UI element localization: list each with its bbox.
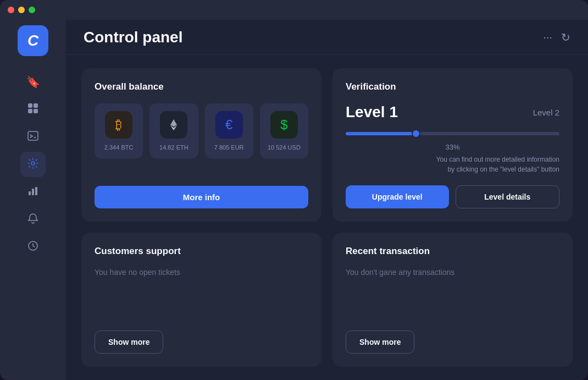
usd-amount: 10 524 USD: [268, 144, 301, 151]
eur-icon: €: [215, 111, 243, 139]
sidebar-item-history[interactable]: [20, 234, 46, 260]
close-dot[interactable]: [8, 7, 14, 13]
transaction-show-more-button[interactable]: Show more: [346, 331, 414, 354]
svg-rect-6: [29, 191, 31, 195]
support-show-more-button[interactable]: Show more: [95, 331, 163, 354]
bell-icon: [27, 212, 39, 227]
crypto-item-eur: € 7 805 EUR: [205, 103, 253, 158]
sidebar-item-notifications[interactable]: [20, 207, 46, 232]
verif-buttons: Upgrade level Level details: [346, 185, 559, 208]
svg-rect-3: [34, 109, 38, 113]
main-content: Control panel ··· ↻ Overall balance ₿ 2.…: [66, 20, 588, 380]
svg-rect-7: [32, 189, 34, 195]
sidebar: C 🔖: [0, 20, 66, 380]
maximize-dot[interactable]: [29, 7, 35, 13]
more-options-icon[interactable]: ···: [543, 31, 552, 43]
support-card: Customers support You have no open ticke…: [81, 233, 321, 367]
app-window: C 🔖: [0, 0, 588, 380]
upgrade-level-button[interactable]: Upgrade level: [346, 185, 449, 208]
app-body: C 🔖: [0, 20, 588, 380]
sidebar-item-dashboard[interactable]: [20, 97, 46, 122]
progress-percent: 33%: [346, 143, 559, 151]
minimize-dot[interactable]: [18, 7, 25, 13]
terminal-icon: [27, 130, 39, 145]
svg-rect-2: [28, 109, 32, 113]
verification-card: Verification Level 1 Level 2 33% You can…: [332, 68, 573, 222]
crypto-item-btc: ₿ 2.344 BTC: [95, 103, 143, 158]
current-level-label: Level 1: [346, 103, 398, 121]
usd-icon: $: [270, 111, 298, 139]
top-bar: Control panel ··· ↻: [66, 20, 588, 55]
more-info-button[interactable]: More info: [95, 186, 308, 208]
svg-rect-1: [34, 103, 38, 108]
settings-icon: [27, 157, 39, 172]
eth-icon: [160, 111, 187, 139]
sidebar-item-settings[interactable]: [20, 152, 46, 177]
svg-point-5: [31, 162, 35, 165]
level-details-button[interactable]: Level details: [456, 185, 560, 208]
transaction-empty-text: You don't gane any transactions: [346, 268, 559, 331]
verif-level-header: Level 1 Level 2: [346, 103, 559, 121]
transaction-card: Recent transaction You don't gane any tr…: [332, 233, 573, 367]
dashboard-icon: [27, 102, 39, 117]
page-title: Control panel: [84, 29, 182, 46]
titlebar: [0, 0, 588, 20]
sidebar-item-terminal[interactable]: [20, 124, 46, 150]
support-card-title: Customers support: [95, 246, 308, 257]
top-bar-actions: ··· ↻: [543, 31, 570, 44]
verif-description: You can find out more detailed informati…: [346, 155, 559, 174]
progress-thumb: [412, 129, 420, 138]
eur-amount: 7 805 EUR: [214, 144, 244, 151]
crypto-grid: ₿ 2.344 BTC 14.82 ETH: [95, 103, 308, 158]
eth-amount: 14.82 ETH: [159, 144, 188, 151]
svg-rect-0: [28, 103, 32, 108]
balance-card-title: Overall balance: [95, 81, 308, 92]
progress-container: [346, 132, 559, 140]
support-empty-text: You have no open tickets: [95, 268, 308, 331]
svg-rect-8: [35, 187, 37, 195]
progress-track: [346, 132, 559, 135]
btc-amount: 2.344 BTC: [104, 144, 134, 151]
crypto-item-eth: 14.82 ETH: [149, 103, 198, 158]
logo[interactable]: C: [18, 25, 48, 56]
history-icon: [27, 240, 39, 255]
btc-icon: ₿: [105, 111, 132, 139]
refresh-icon[interactable]: ↻: [561, 31, 570, 44]
logo-letter: C: [27, 32, 38, 49]
verification-card-title: Verification: [346, 81, 559, 92]
progress-fill: [346, 132, 416, 135]
chart-icon: [27, 185, 39, 200]
transaction-card-title: Recent transaction: [346, 246, 559, 257]
crypto-item-usd: $ 10 524 USD: [260, 103, 308, 158]
svg-rect-4: [28, 131, 38, 140]
dashboard-grid: Overall balance ₿ 2.344 BTC: [66, 55, 588, 380]
balance-card: Overall balance ₿ 2.344 BTC: [81, 68, 321, 222]
sidebar-item-chart[interactable]: [20, 179, 46, 205]
sidebar-item-bookmark[interactable]: 🔖: [20, 69, 46, 95]
bookmark-icon: 🔖: [26, 75, 40, 89]
next-level-label: Level 2: [533, 108, 559, 117]
